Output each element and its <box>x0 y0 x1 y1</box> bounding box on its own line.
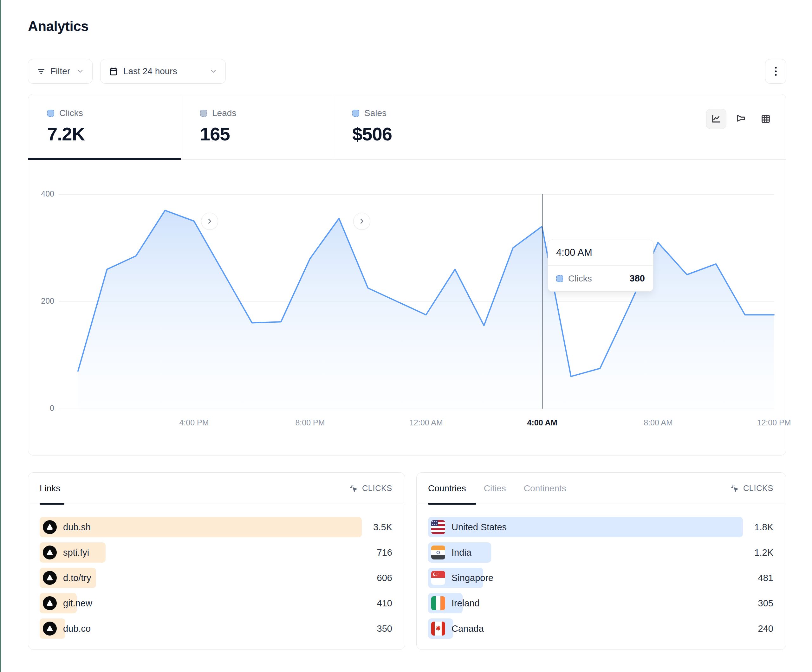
geo-metric-header[interactable]: CLICKS <box>730 484 773 493</box>
expand-leads-button[interactable] <box>201 213 218 230</box>
funnel-view-button[interactable] <box>731 109 751 129</box>
dub-logo-icon <box>43 622 57 636</box>
chevron-down-icon <box>210 68 217 75</box>
grid-icon <box>760 113 771 124</box>
x-axis-label: 12:00 AM <box>409 418 443 427</box>
tab-clicks[interactable]: Clicks 7.2K <box>28 94 181 160</box>
links-panel: Links CLICKS dub.sh 3.5K <box>28 472 405 650</box>
tab-sales[interactable]: Sales $506 <box>333 94 524 160</box>
country-row[interactable]: Singapore 481 <box>428 568 773 588</box>
expand-sales-button[interactable] <box>353 213 370 230</box>
tab-countries[interactable]: Countries <box>428 483 466 493</box>
metric-tab-label: Sales <box>364 108 387 118</box>
chart-view-toggles <box>706 109 776 129</box>
tooltip-legend-square-icon <box>556 275 563 282</box>
country-label: India <box>452 547 471 558</box>
date-range-button[interactable]: Last 24 hours <box>100 59 226 84</box>
tab-continents[interactable]: Continents <box>524 483 566 493</box>
chart-tooltip: 4:00 AM Clicks 380 <box>548 240 653 292</box>
links-metric-header[interactable]: CLICKS <box>350 484 392 493</box>
country-row[interactable]: India 1.2K <box>428 542 773 563</box>
tooltip-time: 4:00 AM <box>548 240 653 266</box>
metric-tab-label: Leads <box>212 108 236 118</box>
y-axis-label: 0 <box>32 404 54 413</box>
x-axis-label: 8:00 AM <box>644 418 673 427</box>
x-axis-label: 4:00 PM <box>179 418 209 427</box>
tooltip-value: 380 <box>630 273 645 284</box>
tab-cities[interactable]: Cities <box>484 483 506 493</box>
vertical-dots-icon <box>771 66 780 77</box>
metric-tab-value: 165 <box>200 123 333 145</box>
link-clicks-value: 410 <box>377 593 392 613</box>
country-row[interactable]: United States 1.8K <box>428 517 773 537</box>
sales-legend-square-icon <box>352 110 359 117</box>
tooltip-series-label: Clicks <box>568 273 592 284</box>
country-clicks-value: 1.2K <box>754 542 773 563</box>
line-chart-icon <box>711 113 722 124</box>
cursor-click-icon <box>730 484 739 493</box>
geo-panel: Countries Cities Continents CLICKS <box>416 472 786 650</box>
dub-logo-icon <box>43 520 57 534</box>
link-label: spti.fyi <box>63 547 89 558</box>
tab-leads[interactable]: Leads 165 <box>181 94 333 160</box>
clicks-area-chart[interactable] <box>59 194 774 409</box>
table-view-button[interactable] <box>756 109 776 129</box>
analytics-chart-card: Clicks 7.2K Leads 165 Sales $506 <box>28 94 786 455</box>
filter-button-label: Filter <box>50 66 70 77</box>
metric-tab-value: 7.2K <box>47 123 181 145</box>
flag-united-states-icon <box>431 520 445 534</box>
country-label: Singapore <box>452 573 493 583</box>
y-axis-label: 400 <box>32 189 54 198</box>
clicks-legend-square-icon <box>47 110 54 117</box>
countries-tab-underline <box>428 503 476 505</box>
link-row[interactable]: dub.sh 3.5K <box>39 517 392 537</box>
metric-header-label: CLICKS <box>362 484 392 493</box>
link-label: dub.co <box>63 624 91 634</box>
dub-logo-icon <box>43 596 57 610</box>
flag-singapore-icon <box>431 571 445 585</box>
country-label: Canada <box>452 624 484 634</box>
filter-button[interactable]: Filter <box>28 59 92 84</box>
chart-crosshair <box>542 194 542 409</box>
dub-logo-icon <box>43 571 57 585</box>
page-title: Analytics <box>28 19 89 34</box>
country-row[interactable]: Canada 240 <box>428 618 773 639</box>
leads-legend-square-icon <box>200 110 207 117</box>
link-label: dub.sh <box>63 522 91 532</box>
link-clicks-value: 606 <box>377 568 392 588</box>
link-clicks-value: 716 <box>377 542 392 563</box>
metric-header-label: CLICKS <box>743 484 773 493</box>
clicks-series <box>59 194 774 409</box>
dub-logo-icon <box>43 546 57 559</box>
chevron-down-icon <box>77 68 84 75</box>
country-row[interactable]: Ireland 305 <box>428 593 773 613</box>
link-row[interactable]: dub.co 350 <box>39 618 392 639</box>
flag-canada-icon <box>431 622 445 636</box>
date-range-label: Last 24 hours <box>123 66 177 77</box>
country-clicks-value: 1.8K <box>754 517 773 537</box>
funnel-icon <box>735 113 746 124</box>
metric-tab-label: Clicks <box>59 108 83 118</box>
country-label: Ireland <box>452 598 480 609</box>
link-label: d.to/try <box>63 573 91 583</box>
x-axis-label: 12:00 PM <box>757 418 791 427</box>
line-chart-view-button[interactable] <box>706 109 727 129</box>
link-clicks-value: 350 <box>377 618 392 639</box>
flag-india-icon <box>431 546 445 559</box>
tab-links[interactable]: Links <box>39 483 60 493</box>
metric-tabs-row: Clicks 7.2K Leads 165 Sales $506 <box>28 94 786 160</box>
country-clicks-value: 240 <box>758 618 773 639</box>
analytics-page: Analytics Filter Last 24 hours <box>0 0 812 672</box>
filter-icon <box>36 67 46 76</box>
y-axis-label: 200 <box>32 297 54 305</box>
link-row[interactable]: d.to/try 606 <box>39 568 392 588</box>
link-clicks-value: 3.5K <box>373 517 392 537</box>
country-clicks-value: 305 <box>758 593 773 613</box>
left-edge-accent <box>0 0 1 672</box>
country-clicks-value: 481 <box>758 568 773 588</box>
link-row[interactable]: spti.fyi 716 <box>39 542 392 563</box>
link-row[interactable]: git.new 410 <box>39 593 392 613</box>
link-label: git.new <box>63 598 92 609</box>
calendar-icon <box>109 67 118 76</box>
more-options-button[interactable] <box>765 59 786 84</box>
